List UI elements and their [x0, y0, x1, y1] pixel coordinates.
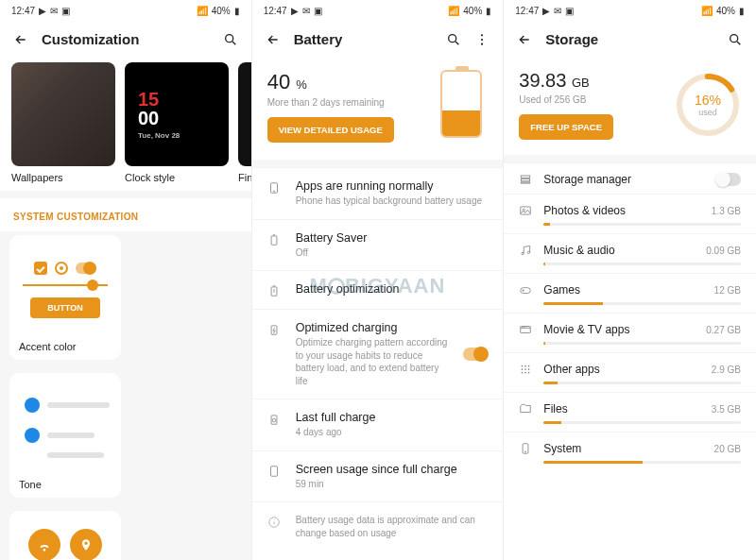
svg-point-32 [528, 368, 530, 370]
switch-icon [76, 263, 96, 274]
back-icon[interactable] [266, 32, 281, 47]
free-up-space-button[interactable]: FREE UP SPACE [519, 114, 613, 140]
screen-battery: 12:47▶✉▣ 📶40%▮ Battery 40 % More than 2 … [252, 0, 505, 560]
svg-rect-19 [522, 178, 530, 180]
tile-clock-style[interactable]: 15 00 Tue, Nov 28 Clock style [125, 62, 229, 183]
usage-bar-fill [543, 223, 549, 226]
item-title: Apps are running normally [296, 179, 489, 193]
used-unit: GB [572, 76, 590, 90]
svg-rect-26 [521, 327, 531, 333]
image-icon: ▣ [61, 6, 70, 16]
storage-item[interactable]: Movie & TV apps0.27 GB [504, 313, 756, 352]
accent-preview: BUTTON [19, 246, 112, 333]
item-storage-manager[interactable]: Storage manager [504, 162, 756, 194]
battery-icon: ▮ [486, 6, 491, 16]
battery-icon: ▮ [739, 6, 745, 16]
storage-item[interactable]: Other apps2.9 GB [504, 352, 756, 392]
svg-point-23 [522, 252, 524, 254]
item-title: Movie & TV apps [543, 323, 695, 336]
usage-bar [543, 223, 741, 226]
search-icon[interactable] [728, 32, 743, 47]
item-title: Other apps [543, 363, 700, 376]
more-icon[interactable] [474, 32, 490, 47]
item-last-full-charge[interactable]: Last full charge4 days ago [252, 399, 504, 450]
item-title: Battery optimization [296, 282, 489, 296]
item-battery-saver[interactable]: Battery SaverOff [252, 219, 504, 271]
tone-bar [47, 402, 110, 408]
storage-total: Used of 256 GB [519, 94, 675, 105]
wifi-icon [28, 529, 60, 560]
storage-item[interactable]: Photos & videos1.3 GB [504, 194, 756, 233]
card-accent-color[interactable]: BUTTON Accent color [9, 235, 121, 360]
screen-storage: 12:47▶✉▣ 📶40%▮ Storage 39.83 GB Used of … [504, 0, 756, 560]
item-size: 0.09 GB [706, 246, 741, 256]
svg-point-24 [528, 251, 530, 253]
svg-point-29 [528, 365, 530, 367]
usage-bar-fill [543, 461, 642, 464]
pct-unit: % [296, 77, 307, 92]
search-icon[interactable] [223, 32, 238, 47]
usage-bar-fill [543, 382, 558, 384]
svg-point-4 [481, 38, 483, 40]
storage-item[interactable]: Music & audio0.09 GB [504, 233, 756, 273]
item-size: 12 GB [714, 285, 741, 296]
manager-icon [519, 173, 532, 186]
history-icon [267, 411, 283, 426]
view-detailed-usage-button[interactable]: VIEW DETAILED USAGE [267, 117, 394, 143]
usage-bar [543, 263, 741, 265]
divider [252, 160, 504, 167]
status-bar: 12:47▶✉▣ 📶40%▮ [504, 0, 756, 22]
category-icon [519, 442, 532, 455]
svg-point-7 [273, 191, 274, 192]
sysicons-preview [19, 522, 112, 560]
back-icon[interactable] [517, 32, 532, 47]
divider [504, 155, 756, 162]
tile-wallpapers[interactable]: Wallpapers [11, 62, 115, 183]
info-icon [267, 514, 283, 529]
usage-bar [543, 342, 741, 345]
mail-icon: ✉ [50, 6, 58, 16]
svg-rect-25 [521, 288, 531, 294]
clock-date: Tue, Nov 28 [138, 131, 180, 140]
svg-point-30 [522, 368, 524, 370]
storage-item[interactable]: Games12 GB [504, 273, 756, 313]
item-battery-optimization[interactable]: Battery optimization [252, 270, 504, 309]
tone-dot-icon [25, 428, 40, 443]
item-sub: Optimize charging pattern according to y… [296, 336, 451, 387]
item-title: Last full charge [296, 411, 489, 424]
screen-customization: 12:47 ▶✉▣ 📶40%▮ Customization Wallpapers… [0, 0, 252, 560]
page-title: Storage [545, 31, 714, 47]
location-icon [70, 529, 102, 560]
search-icon[interactable] [446, 32, 461, 47]
status-bar: 12:47▶✉▣ 📶40%▮ [252, 0, 504, 22]
card-tone[interactable]: Tone [9, 373, 121, 498]
battery-percent: 40 % [267, 70, 441, 94]
usage-bar-fill [543, 302, 603, 305]
tile-label: Wallpapers [11, 172, 115, 183]
tile-label: Clock style [125, 172, 229, 183]
item-title: Storage manager [543, 173, 705, 186]
tone-bar [47, 433, 94, 438]
item-size: 3.5 GB [712, 404, 741, 415]
charging-icon [267, 321, 283, 336]
pct-value: 40 [267, 70, 290, 93]
card-system-icons[interactable]: System icons [9, 511, 121, 560]
storage-item[interactable]: System20 GB [504, 432, 756, 471]
item-title: Screen usage since full charge [296, 463, 489, 476]
tone-dot-icon [25, 398, 40, 413]
battery-icon: ▮ [234, 6, 240, 16]
storage-item[interactable]: Files3.5 GB [504, 392, 756, 432]
tile-fingerprint[interactable]: Fingerprint [238, 62, 251, 183]
mail-icon: ✉ [554, 6, 561, 16]
toggle-switch[interactable] [716, 173, 741, 186]
usage-bar [543, 421, 741, 424]
usage-bar-fill [543, 263, 545, 265]
item-optimized-charging[interactable]: Optimized chargingOptimize charging patt… [252, 309, 504, 399]
item-title: System [543, 442, 702, 455]
back-icon[interactable] [13, 32, 28, 47]
item-screen-usage[interactable]: Screen usage since full charge59 min [252, 450, 504, 502]
svg-rect-20 [522, 182, 530, 183]
header: Battery [252, 22, 504, 62]
toggle-switch[interactable] [463, 348, 488, 361]
item-apps-normal[interactable]: Apps are running normallyPhone has typic… [252, 167, 504, 219]
